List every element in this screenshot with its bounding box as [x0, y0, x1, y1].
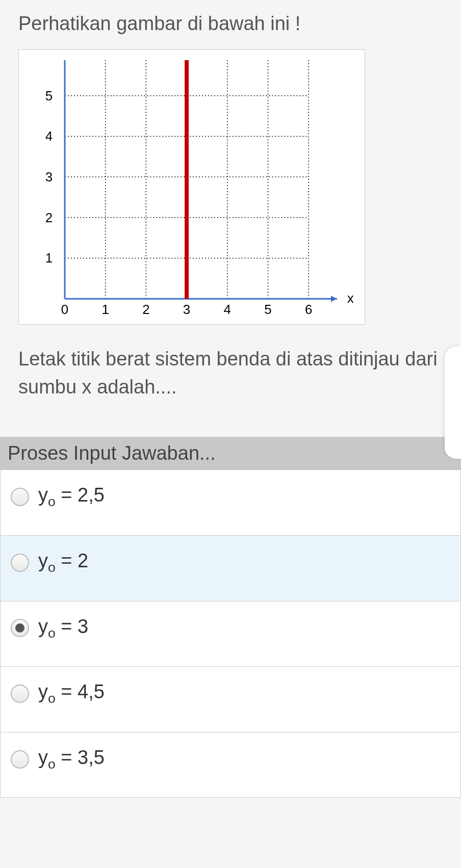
- svg-text:4: 4: [45, 129, 53, 144]
- svg-text:x: x: [347, 291, 354, 305]
- svg-text:5: 5: [264, 302, 271, 317]
- instruction-text: Perhatikan gambar di bawah ini !: [18, 10, 443, 37]
- option-label: yo = 2,5: [38, 484, 105, 510]
- svg-text:1: 1: [101, 302, 109, 317]
- svg-text:5: 5: [45, 89, 53, 103]
- radio-icon[interactable]: [11, 554, 29, 572]
- svg-text:0: 0: [61, 302, 68, 317]
- svg-text:3: 3: [183, 302, 190, 317]
- chart-figure: 0123456123456xy: [18, 49, 365, 325]
- answer-option-3[interactable]: yo = 4,5: [1, 667, 460, 732]
- option-label: yo = 3,5: [38, 747, 105, 772]
- answer-option-2[interactable]: yo = 3: [1, 601, 460, 667]
- answer-option-1[interactable]: yo = 2: [1, 536, 460, 601]
- answer-option-0[interactable]: yo = 2,5: [1, 470, 460, 536]
- svg-text:4: 4: [224, 302, 231, 317]
- svg-text:1: 1: [45, 251, 53, 266]
- radio-icon[interactable]: [11, 619, 29, 637]
- svg-text:2: 2: [45, 211, 53, 225]
- svg-text:3: 3: [45, 170, 53, 184]
- answer-panel: Proses Input Jawaban... yo = 2,5yo = 2yo…: [0, 437, 461, 798]
- svg-text:2: 2: [142, 302, 149, 317]
- option-label: yo = 2: [38, 550, 88, 575]
- option-label: yo = 4,5: [38, 681, 105, 706]
- option-label: yo = 3: [38, 616, 88, 641]
- radio-icon[interactable]: [11, 685, 29, 703]
- radio-icon[interactable]: [11, 750, 29, 769]
- chart-svg: 0123456123456xy: [29, 60, 360, 319]
- question-text: Letak titik berat sistem benda di atas d…: [18, 345, 443, 401]
- side-drawer-tab[interactable]: [445, 347, 461, 459]
- radio-icon[interactable]: [11, 488, 29, 506]
- svg-text:6: 6: [305, 302, 312, 317]
- answer-option-4[interactable]: yo = 3,5: [1, 732, 460, 798]
- answer-header: Proses Input Jawaban...: [1, 437, 460, 470]
- svg-text:6: 6: [45, 60, 53, 62]
- svg-marker-13: [331, 296, 337, 302]
